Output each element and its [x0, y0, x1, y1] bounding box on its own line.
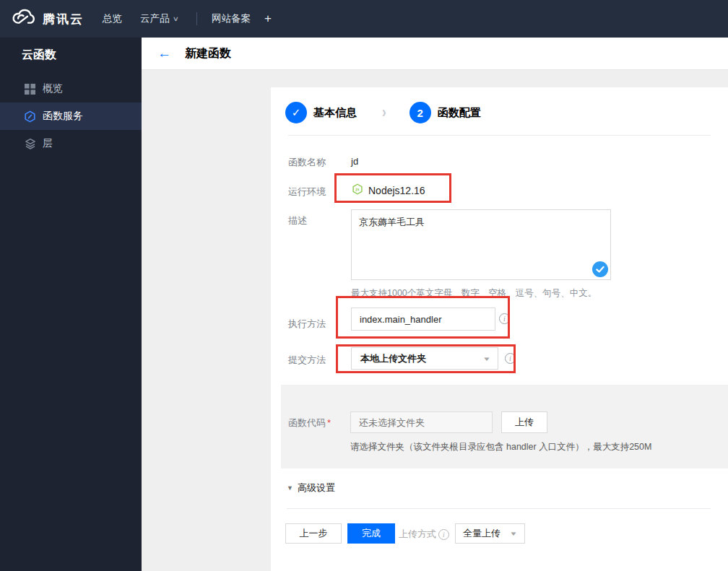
- description-label: 描述: [288, 214, 307, 227]
- sidebar-item-overview[interactable]: 概览: [0, 75, 142, 103]
- upload-mode-info-icon[interactable]: i: [438, 529, 449, 540]
- back-button[interactable]: ←: [157, 45, 172, 61]
- chevron-down-icon: ∨: [172, 15, 178, 22]
- nav-website-icp[interactable]: 网站备案: [212, 12, 251, 25]
- sidebar: 云函数 概览 函数服务: [0, 38, 142, 571]
- runtime-label: 运行环境: [288, 186, 326, 199]
- upload-mode-value: 全量上传: [463, 527, 500, 540]
- runtime-value-row[interactable]: js Nodejs12.16: [352, 183, 425, 198]
- function-name-value: jd: [351, 156, 358, 167]
- submit-method-label: 提交方法: [288, 354, 326, 367]
- previous-step-button[interactable]: 上一步: [285, 523, 342, 544]
- brand[interactable]: 腾讯云: [0, 8, 84, 30]
- triangle-down-icon: ▼: [287, 484, 293, 492]
- add-tab-button[interactable]: +: [264, 12, 272, 26]
- scf-hexagon-icon: [24, 110, 36, 123]
- footer-divider: [287, 508, 711, 509]
- upload-button[interactable]: 上传: [501, 411, 547, 433]
- nodejs-icon: js: [352, 183, 363, 198]
- sidebar-item-label: 函数服务: [43, 110, 83, 123]
- runtime-value: Nodejs12.16: [368, 185, 425, 196]
- topbar: 腾讯云 总览 云产品 ∨ 网站备案 +: [0, 0, 728, 38]
- nav-divider: [196, 12, 197, 25]
- sidebar-item-function-service[interactable]: 函数服务: [0, 103, 142, 130]
- app-root: 腾讯云 总览 云产品 ∨ 网站备案 + 云函数 概览: [0, 0, 728, 571]
- folder-path-input[interactable]: [350, 411, 493, 433]
- sidebar-item-label: 层: [43, 137, 53, 150]
- step2-label: 函数配置: [438, 106, 481, 120]
- sidebar-title: 云函数: [0, 38, 142, 75]
- page-header: ← 新建函数: [142, 38, 728, 70]
- submit-method-select[interactable]: 本地上传文件夹 ▼: [351, 347, 498, 370]
- chevron-right-icon: ›: [382, 103, 386, 122]
- step2-number: 2: [410, 102, 431, 123]
- description-hint: 最大支持1000个英文字母、数字、空格、逗号、句号、中文。: [351, 287, 597, 300]
- step1-check-icon: ✓: [285, 102, 307, 123]
- step-indicator: ✓ 基本信息 › 2 函数配置: [285, 102, 481, 123]
- function-name-label: 函数名称: [288, 156, 326, 169]
- step1-label: 基本信息: [313, 106, 357, 120]
- grid-icon: [24, 83, 36, 95]
- nav-cloud-products[interactable]: 云产品 ∨: [140, 12, 178, 25]
- handler-label: 执行方法: [288, 318, 326, 331]
- upload-mode-label: 上传方式 i: [399, 528, 449, 541]
- finish-button[interactable]: 完成: [347, 523, 395, 544]
- folder-hint: 请选择文件夹（该文件夹根目录应包含 handler 入口文件），最大支持250M: [350, 441, 651, 453]
- tencent-cloud-logo-icon: [10, 8, 36, 30]
- svg-text:js: js: [355, 187, 360, 191]
- handler-input[interactable]: [351, 308, 495, 331]
- steps-divider: [288, 135, 711, 136]
- submit-method-info-icon[interactable]: i: [505, 353, 516, 364]
- nav-overview[interactable]: 总览: [103, 12, 122, 25]
- brand-name: 腾讯云: [43, 11, 84, 27]
- handler-info-icon[interactable]: i: [499, 313, 510, 324]
- dropdown-caret-icon: ▼: [482, 355, 491, 362]
- advanced-settings-label: 高级设置: [298, 481, 335, 494]
- sidebar-item-label: 概览: [43, 82, 63, 95]
- required-asterisk: *: [327, 417, 331, 428]
- top-navigation: 总览 云产品 ∨ 网站备案 +: [103, 0, 272, 38]
- dropdown-caret-icon: ▼: [509, 531, 518, 537]
- upload-mode-select[interactable]: 全量上传 ▼: [455, 523, 525, 544]
- content-area: ✓ 基本信息 › 2 函数配置 函数名称 jd 运行环境 js Nodejs12: [142, 70, 728, 571]
- function-code-label: 函数代码*: [288, 417, 331, 430]
- advanced-settings-toggle[interactable]: ▼ 高级设置: [287, 481, 335, 494]
- page-title: 新建函数: [185, 46, 231, 61]
- form-card: ✓ 基本信息 › 2 函数配置 函数名称 jd 运行环境 js Nodejs12: [271, 87, 728, 571]
- valid-check-icon: [592, 261, 608, 277]
- sidebar-item-layers[interactable]: 层: [0, 130, 142, 157]
- description-textarea[interactable]: 京东薅羊毛工具: [351, 209, 611, 280]
- submit-method-value: 本地上传文件夹: [360, 352, 426, 365]
- layers-icon: [24, 138, 36, 150]
- function-code-section: 函数代码* 上传 请选择文件夹（该文件夹根目录应包含 handler 入口文件）…: [281, 385, 728, 468]
